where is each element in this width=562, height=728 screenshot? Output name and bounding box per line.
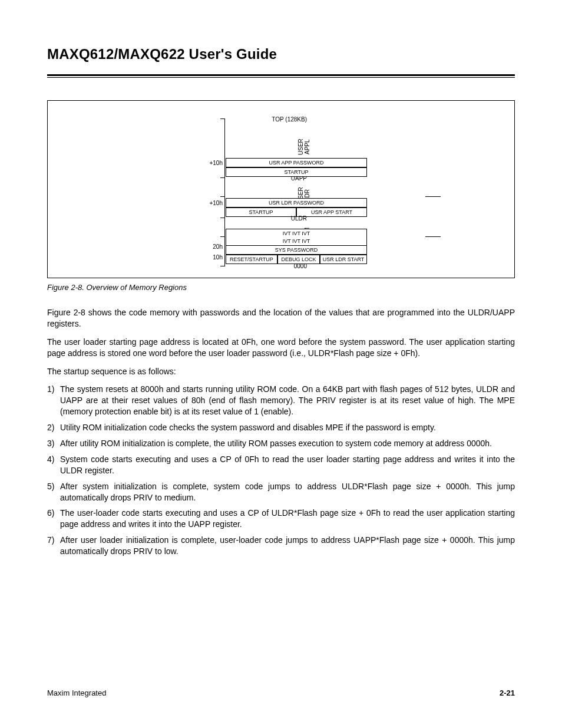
- step-7: 7)After user loader initialization is co…: [47, 535, 515, 557]
- step-6: 6)The user-loader code starts executing …: [47, 508, 515, 530]
- step-3: 3)After utility ROM initialization is co…: [47, 438, 515, 449]
- box-startup-2: STARTUP: [226, 207, 296, 217]
- step-5: 5)After system initialization is complet…: [47, 481, 515, 503]
- body-text: Figure 2-8 shows the code memory with pa…: [47, 307, 515, 557]
- step-1: 1)The system resets at 8000h and starts …: [47, 384, 515, 417]
- box-sys-pw: SYS PASSWORD: [226, 245, 367, 255]
- box-debug: DEBUG LOCK: [277, 255, 320, 264]
- box-startup-1: STARTUP: [226, 167, 367, 177]
- box-usr-app-start: USR APP START: [296, 207, 367, 217]
- step-2: 2)Utility ROM initialization code checks…: [47, 422, 515, 433]
- box-uldr-start: USR LDR START: [320, 255, 367, 264]
- paragraph-1: Figure 2-8 shows the code memory with pa…: [47, 307, 515, 330]
- paragraph-3: The startup sequence is as follows:: [47, 366, 515, 377]
- offset-10h: 10h: [209, 254, 223, 261]
- offset-10b: +10h: [209, 200, 223, 206]
- footer-publisher: Maxim Integrated: [47, 689, 106, 697]
- figure-memory-regions: TOP (128KB) UAPP ULDR 0000 USER APPL USE…: [47, 100, 515, 278]
- box-ivt-2: IVT IVT IVT: [226, 237, 367, 245]
- row-ldr-bottom: STARTUP USR APP START: [226, 207, 367, 217]
- vlabel-user-appl: USER APPL: [297, 135, 310, 159]
- steps-list: 1)The system resets at 8000h and starts …: [47, 384, 515, 557]
- box-usr-app-pw: USR APP PASSWORD: [226, 158, 367, 167]
- row-sys-bottom: RESET/STARTUP DEBUG LOCK USR LDR START: [226, 255, 367, 264]
- rule-thin: [47, 77, 515, 78]
- rule-thick: [47, 74, 515, 76]
- box-ivt-1: IVT IVT IVT: [226, 229, 367, 237]
- figure-caption: Figure 2-8. Overview of Memory Regions: [47, 283, 515, 292]
- paragraph-2: The user loader starting page address is…: [47, 337, 515, 359]
- page-footer: Maxim Integrated 2-21: [47, 689, 515, 697]
- box-usr-ldr-pw: USR LDR PASSWORD: [226, 198, 367, 207]
- offset-20h: 20h: [209, 243, 223, 250]
- step-4: 4)System code starts executing and uses …: [47, 454, 515, 476]
- box-reset: RESET/STARTUP: [226, 255, 277, 264]
- offset-10a: +10h: [209, 160, 223, 166]
- page-title: MAXQ612/MAXQ622 User's Guide: [47, 46, 515, 62]
- label-top: TOP (128KB): [272, 116, 307, 123]
- footer-page-number: 2-21: [500, 689, 515, 697]
